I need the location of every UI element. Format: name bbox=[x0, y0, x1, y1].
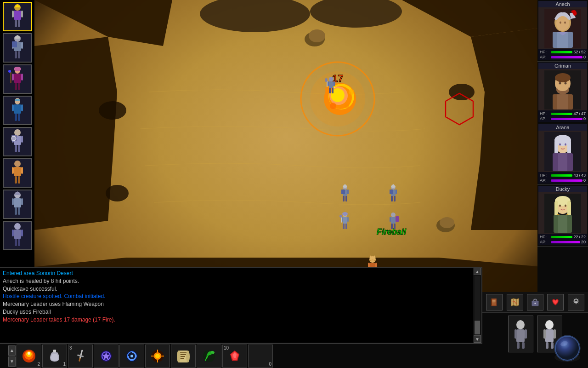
scroll-up-button[interactable]: ▲ bbox=[474, 268, 481, 275]
svg-rect-123 bbox=[396, 216, 399, 222]
svg-rect-28 bbox=[15, 114, 17, 121]
character-card-griman[interactable]: Griman bbox=[537, 62, 588, 123]
char-portrait-griman bbox=[538, 69, 587, 110]
action-slot-1[interactable]: 2 bbox=[17, 345, 41, 368]
svg-rect-208 bbox=[491, 299, 492, 306]
svg-rect-52 bbox=[14, 230, 21, 239]
scroll-thumb[interactable] bbox=[475, 321, 480, 334]
party-portrait-7[interactable] bbox=[3, 190, 32, 219]
action-slot-5[interactable] bbox=[119, 345, 144, 368]
bottom-right-panel bbox=[482, 292, 588, 368]
svg-rect-207 bbox=[492, 303, 495, 303]
svg-point-144 bbox=[555, 73, 571, 82]
svg-rect-159 bbox=[558, 153, 567, 171]
magic-orb[interactable] bbox=[551, 332, 583, 364]
action-slot-8[interactable] bbox=[197, 345, 221, 368]
svg-rect-47 bbox=[12, 198, 14, 205]
character-card-anech[interactable]: Anech HP: bbox=[537, 0, 588, 62]
svg-rect-107 bbox=[390, 190, 393, 194]
action-slot-10[interactable]: 0 bbox=[248, 345, 273, 368]
svg-point-185 bbox=[155, 354, 160, 358]
svg-marker-95 bbox=[343, 184, 347, 188]
next-page-button[interactable]: ▼ bbox=[8, 356, 16, 367]
svg-rect-11 bbox=[21, 42, 23, 49]
action-slot-4[interactable] bbox=[94, 345, 119, 368]
inventory-button[interactable] bbox=[527, 294, 543, 310]
action-slot-3[interactable]: 3 bbox=[68, 345, 93, 368]
svg-point-173 bbox=[28, 352, 30, 355]
svg-rect-37 bbox=[18, 145, 20, 152]
svg-rect-34 bbox=[21, 136, 23, 143]
svg-rect-100 bbox=[343, 196, 345, 201]
char-portrait-anech bbox=[538, 7, 587, 49]
party-portrait-1[interactable] bbox=[3, 2, 32, 31]
svg-rect-5 bbox=[15, 20, 17, 27]
svg-rect-101 bbox=[345, 196, 347, 201]
party-portrait-2[interactable] bbox=[3, 33, 32, 63]
map-sprite-enemy4[interactable] bbox=[386, 212, 401, 234]
svg-rect-204 bbox=[492, 299, 496, 305]
svg-rect-215 bbox=[516, 329, 525, 342]
char-name-ducky: Ducky bbox=[538, 186, 587, 192]
log-content: Entered area Sonorin Desert Anech is hea… bbox=[0, 268, 481, 334]
action-slot-2[interactable]: 1 bbox=[42, 345, 67, 368]
health-button[interactable] bbox=[547, 294, 564, 310]
char-stats-ducky: HP: 22/22 AP: 20 bbox=[538, 234, 587, 245]
svg-rect-43 bbox=[18, 176, 20, 184]
action-slot-8-icon bbox=[201, 348, 217, 364]
action-slot-5-icon bbox=[124, 348, 140, 364]
svg-point-166 bbox=[565, 204, 566, 207]
svg-point-51 bbox=[14, 223, 21, 230]
char-portrait-ducky bbox=[538, 192, 587, 234]
svg-point-182 bbox=[130, 355, 133, 357]
journal-button[interactable] bbox=[486, 294, 503, 310]
party-portrait-6[interactable] bbox=[3, 158, 32, 188]
svg-rect-177 bbox=[79, 357, 81, 362]
settings-button[interactable] bbox=[568, 294, 584, 310]
character-card-arana[interactable]: Arana HP: bbox=[537, 123, 588, 185]
hp-bar-griman bbox=[551, 113, 572, 115]
action-slot-4-icon bbox=[98, 348, 114, 364]
map-sprite-enemy2[interactable] bbox=[338, 184, 352, 206]
hp-bar-arana bbox=[551, 174, 572, 177]
svg-rect-18 bbox=[12, 74, 14, 80]
svg-rect-20 bbox=[10, 72, 11, 83]
ap-bar-griman bbox=[551, 118, 582, 120]
svg-rect-224 bbox=[546, 342, 548, 349]
map-sprite-party1[interactable] bbox=[338, 212, 352, 234]
svg-rect-12 bbox=[12, 41, 17, 47]
map-sprite-enemy3[interactable] bbox=[386, 184, 401, 206]
action-slot-6[interactable] bbox=[145, 345, 170, 368]
party-portrait-4[interactable] bbox=[3, 96, 32, 125]
character-card-ducky[interactable]: Ducky bbox=[537, 185, 588, 247]
party-portrait-8[interactable] bbox=[3, 221, 32, 250]
svg-point-93 bbox=[325, 78, 328, 82]
log-scrollbar[interactable]: ▲ ▼ bbox=[473, 268, 481, 343]
map-button[interactable] bbox=[507, 294, 523, 310]
log-line-1: Entered area Sonorin Desert bbox=[3, 270, 479, 277]
svg-rect-117 bbox=[343, 224, 345, 229]
action-slot-7[interactable] bbox=[171, 345, 196, 368]
party-portrait-3[interactable] bbox=[3, 64, 32, 94]
svg-rect-112 bbox=[343, 217, 347, 224]
party-portrait-5[interactable] bbox=[3, 127, 32, 156]
svg-rect-118 bbox=[345, 224, 347, 229]
svg-rect-56 bbox=[18, 239, 20, 246]
svg-point-111 bbox=[342, 212, 348, 216]
combat-log: Entered area Sonorin Desert Anech is hea… bbox=[0, 267, 482, 343]
svg-rect-99 bbox=[341, 190, 345, 194]
svg-rect-50 bbox=[18, 207, 20, 215]
scroll-track bbox=[475, 276, 480, 334]
npc-icon-1[interactable] bbox=[508, 316, 533, 352]
char-stats-griman: HP: 47/47 AP: 0 bbox=[538, 110, 587, 122]
svg-rect-216 bbox=[514, 329, 517, 339]
action-slot-9[interactable]: 10 bbox=[222, 345, 247, 368]
prev-page-button[interactable]: ▲ bbox=[8, 345, 16, 356]
scroll-down-button[interactable]: ▼ bbox=[474, 335, 481, 343]
map-sprite-enemy1[interactable] bbox=[324, 76, 339, 98]
svg-rect-91 bbox=[332, 88, 334, 93]
game-viewport[interactable]: 17 Fireball bbox=[34, 0, 542, 292]
svg-rect-192 bbox=[180, 354, 186, 355]
svg-point-119 bbox=[391, 213, 396, 217]
svg-rect-205 bbox=[492, 300, 496, 301]
